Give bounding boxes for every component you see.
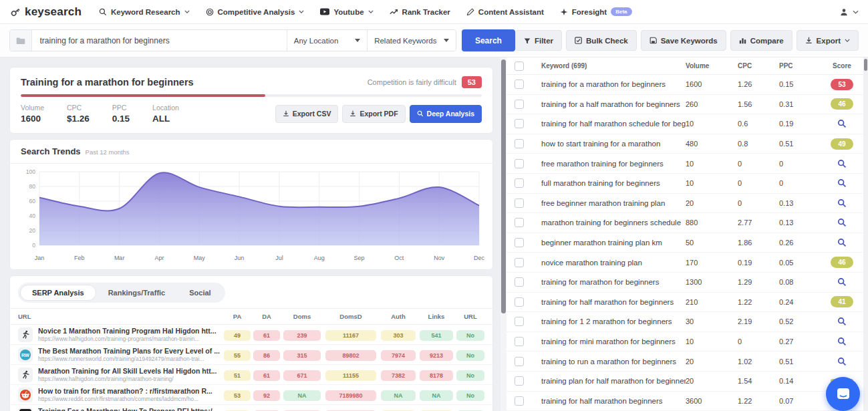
- serp-metric-chip: No: [456, 370, 484, 381]
- check-score-icon[interactable]: [837, 198, 847, 208]
- keyword-text[interactable]: training for mini marathon for beginners: [541, 337, 686, 346]
- keyword-text[interactable]: training for half marathon beginners: [541, 397, 686, 405]
- keyword-text[interactable]: beginner marathon training plan km: [541, 239, 686, 247]
- check-score-icon[interactable]: [837, 357, 847, 366]
- keyword-text[interactable]: free beginner marathon training plan: [541, 199, 686, 207]
- serp-result-url[interactable]: https://www.reddit.com/r/firstmarathon/c…: [38, 396, 212, 403]
- keyword-text[interactable]: training for a marathon for beginners: [541, 80, 686, 88]
- keyword-detail-pane: Training for a marathon for beginners Co…: [0, 57, 498, 411]
- keyword-checkbox[interactable]: [515, 139, 524, 148]
- select-all-checkbox[interactable]: [515, 61, 524, 71]
- keyword-text[interactable]: novice marathon training plan: [541, 259, 686, 267]
- keyword-checkbox[interactable]: [515, 357, 524, 366]
- keyword-row: training to run a marathon for beginners…: [507, 352, 863, 372]
- svg-text:Aug: Aug: [314, 255, 325, 261]
- search-button[interactable]: Search: [462, 29, 515, 51]
- keyword-text[interactable]: training plan for half marathon for begi…: [541, 377, 686, 385]
- overview-stats: Volume 1600CPC $1.26PPC 0.15Location ALL: [21, 104, 202, 124]
- keyword-volume: 210: [686, 298, 738, 306]
- keyword-text[interactable]: full marathon training for beginners: [541, 179, 686, 187]
- action-label: Export: [817, 37, 841, 45]
- keyword-text[interactable]: training for 1 2 marathon for beginners: [541, 317, 686, 325]
- keyword-text[interactable]: training for half marathon schedule for …: [541, 120, 686, 128]
- keyword-text[interactable]: training for half marathon for beginners: [541, 298, 686, 306]
- keyword-checkbox[interactable]: [515, 119, 524, 128]
- tab-social[interactable]: Social: [177, 285, 223, 301]
- export-csv-button[interactable]: Export CSV: [275, 105, 339, 123]
- serp-result-title[interactable]: Marathon Training for All Skill Levels H…: [38, 367, 216, 376]
- keyword-volume: 10: [686, 160, 738, 168]
- bulk-check-button[interactable]: Bulk Check: [566, 30, 637, 51]
- keyword-checkbox[interactable]: [515, 258, 524, 267]
- serp-result-title[interactable]: Novice 1 Marathon Training Program Hal H…: [38, 327, 216, 335]
- keyword-checkbox[interactable]: [515, 238, 524, 247]
- compare-icon: [739, 37, 746, 44]
- keyword-checkbox[interactable]: [515, 317, 524, 326]
- nav-item-keyword-research[interactable]: Keyword Research: [99, 8, 190, 16]
- serp-result-url[interactable]: https://www.runnersworld.com/training/a1…: [38, 356, 220, 363]
- key-icon: [9, 6, 21, 18]
- keyword-checkbox[interactable]: [515, 178, 524, 188]
- keyword-row: full marathon training for beginners 10 …: [507, 174, 863, 194]
- keysearch-logo[interactable]: keysearch: [9, 5, 82, 19]
- keyword-checkbox[interactable]: [515, 218, 524, 227]
- runner-favicon: [18, 368, 33, 382]
- deep-analysis-button[interactable]: Deep Analysis: [410, 105, 482, 123]
- check-score-icon[interactable]: [837, 119, 847, 128]
- serp-result-title[interactable]: The Best Marathon Training Plans for Eve…: [38, 347, 220, 356]
- keyword-checkbox[interactable]: [515, 159, 524, 168]
- keyword-checkbox[interactable]: [515, 376, 524, 386]
- keyword-checkbox[interactable]: [515, 396, 524, 406]
- keyword-checkbox[interactable]: [515, 337, 524, 346]
- keyword-text[interactable]: training for marathon for beginners: [541, 278, 686, 286]
- keyword-cpc: 1.29: [738, 278, 779, 286]
- serp-result-title[interactable]: How to train for first marathon? : r/fir…: [38, 387, 212, 396]
- check-score-icon[interactable]: [837, 337, 847, 346]
- keyword-ppc: 0.24: [779, 298, 821, 306]
- check-score-icon[interactable]: [837, 317, 847, 326]
- export-pdf-button[interactable]: Export PDF: [342, 105, 405, 123]
- check-score-icon[interactable]: [837, 218, 847, 227]
- nav-item-competitive-analysis[interactable]: Competitive Analysis: [206, 8, 305, 16]
- check-score-icon[interactable]: [837, 178, 847, 188]
- search-toolbar: Any Location Related Keywords Search Fil…: [0, 24, 868, 57]
- keyword-checkbox[interactable]: [515, 100, 524, 109]
- keyword-search-input[interactable]: [32, 30, 287, 51]
- keyword-checkbox[interactable]: [515, 80, 524, 89]
- keyword-table-body: training for a marathon for beginners 16…: [507, 75, 863, 411]
- serp-result-title[interactable]: Training For a Marathon: How To Prepare …: [38, 407, 218, 411]
- keyword-text[interactable]: training for a half marathon for beginne…: [541, 100, 686, 108]
- keyword-text[interactable]: marathon training for beginners schedule: [541, 219, 686, 227]
- serp-result-url[interactable]: https://www.halhigdon.com/training-progr…: [38, 335, 216, 343]
- saved-lists-button[interactable]: [10, 30, 32, 51]
- tab-serp-analysis[interactable]: SERP Analysis: [20, 285, 96, 301]
- keyword-checkbox[interactable]: [515, 277, 524, 287]
- keyword-ppc: 0.27: [779, 337, 821, 346]
- check-score-icon[interactable]: [837, 277, 847, 287]
- save-keywords-button[interactable]: Save Keywords: [641, 30, 726, 51]
- filter-button[interactable]: Filter: [515, 30, 562, 51]
- keyword-mode-select[interactable]: Related Keywords: [367, 30, 456, 51]
- keyword-text[interactable]: training to run a marathon for beginners: [541, 358, 686, 366]
- left-pane-scrollbar-thumb[interactable]: [501, 59, 506, 313]
- check-score-icon[interactable]: [837, 238, 847, 247]
- nav-item-rank-tracker[interactable]: Rank Tracker: [390, 8, 450, 16]
- keyword-checkbox[interactable]: [515, 198, 524, 208]
- keyword-text[interactable]: how to start training for a marathon: [541, 140, 686, 148]
- serp-result-url[interactable]: https://www.halhigdon.com/training/marat…: [38, 376, 216, 383]
- ppc-column-header: PPC: [779, 62, 821, 70]
- keyword-text[interactable]: free marathon training for beginners: [541, 160, 686, 168]
- compare-button[interactable]: Compare: [730, 30, 792, 51]
- account-menu[interactable]: [839, 7, 859, 17]
- tab-rankings-traffic[interactable]: Rankings/Traffic: [96, 285, 178, 301]
- check-score-icon[interactable]: [837, 159, 847, 168]
- keyword-checkbox[interactable]: [515, 297, 524, 307]
- nav-item-content-assistant[interactable]: Content Assistant: [466, 8, 544, 16]
- nav-item-youtube[interactable]: Youtube: [320, 8, 373, 16]
- page-scrollbar-thumb[interactable]: [864, 59, 867, 71]
- location-select[interactable]: Any Location: [287, 30, 367, 51]
- chat-widget-button[interactable]: [826, 377, 860, 411]
- export-button[interactable]: Export: [797, 30, 859, 51]
- nav-item-foresight[interactable]: ForesightBeta: [560, 7, 632, 16]
- keyword-ppc: 0.31: [779, 100, 821, 108]
